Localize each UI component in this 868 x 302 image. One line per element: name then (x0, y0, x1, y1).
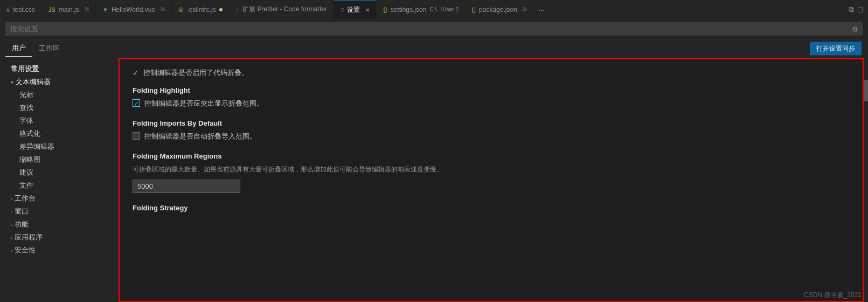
eslint-icon: ◎ (178, 6, 184, 13)
folding-strategy-group: Folding Strategy (133, 204, 850, 212)
sidebar: 常用设置 ▾ 文本编辑器 光标 查找 字体 格式化 差异编辑器 缩略图 建议 文… (0, 58, 119, 302)
json-icon: {} (383, 6, 387, 13)
arrow-right-icon: › (11, 222, 12, 228)
window-controls: ⧉ ◻ (844, 5, 868, 14)
folding-imports-checkbox[interactable] (133, 132, 140, 140)
more-tabs-button[interactable]: ··· (534, 5, 549, 14)
sidebar-item-features[interactable]: › 功能 (0, 218, 119, 231)
sidebar-item-window[interactable]: › 窗口 (0, 205, 119, 218)
sidebar-item-minimap[interactable]: 缩略图 (0, 153, 119, 166)
folding-imports-title: Folding Imports By Default (133, 119, 850, 127)
search-wrap: ⚙ (5, 22, 863, 36)
tab-main-js[interactable]: JS main.js M (42, 0, 96, 19)
tab-label: 设置 (347, 5, 360, 15)
tab-label: package.json (479, 6, 517, 13)
tab-path: C:\...\User 2 (429, 6, 458, 12)
tab-label: main.js (59, 6, 79, 13)
scope-tab-user[interactable]: 用户 (5, 40, 32, 57)
restore-icon[interactable]: ⧉ (849, 5, 854, 14)
arrow-right-icon: › (11, 196, 12, 202)
scope-tabs: 用户 工作区 打开设置同步 (0, 39, 868, 58)
sidebar-item-text-editor[interactable]: ▾ 文本编辑器 (0, 76, 119, 88)
tab-label: test.css (13, 6, 35, 13)
sidebar-item-files[interactable]: 文件 (0, 179, 119, 192)
sidebar-item-diff-editor[interactable]: 差异编辑器 (0, 140, 119, 153)
folding-max-regions-input-wrap (133, 180, 850, 193)
folding-imports-group: Folding Imports By Default 控制编辑器是否自动折叠导入… (133, 119, 850, 141)
tab-test-css[interactable]: # test.css (0, 0, 42, 19)
folding-highlight-check-row: ✓ 控制编辑器是否应突出显示折叠范围。 (133, 99, 850, 108)
tab-prettier-ext[interactable]: ≡ 扩展 Prettier - Code formatter (230, 0, 334, 19)
content-area: ✓ 控制编辑器是否启用了代码折叠。 Folding Highlight ✓ 控制… (119, 58, 864, 302)
sidebar-item-security[interactable]: › 安全性 (0, 244, 119, 257)
folding-highlight-group: Folding Highlight ✓ 控制编辑器是否应突出显示折叠范围。 (133, 86, 850, 108)
tab-helloworld-vue[interactable]: ▼ HelloWorld.vue M (96, 0, 172, 19)
tab-label: settings.json (391, 6, 427, 13)
tab-label: 扩展 Prettier - Code formatter (242, 5, 327, 14)
folding-strategy-title: Folding Strategy (133, 204, 850, 212)
tab-modified-badge: M (161, 6, 165, 12)
vue-icon: ▼ (102, 6, 108, 13)
gear-icon[interactable]: ⚙ (852, 25, 858, 33)
sidebar-item-suggest[interactable]: 建议 (0, 166, 119, 179)
ext-icon: ≡ (236, 6, 239, 13)
scrollbar-thumb (864, 80, 868, 101)
settings-panel: ✓ 控制编辑器是否启用了代码折叠。 Folding Highlight ✓ 控制… (119, 58, 864, 302)
arrow-down-icon: ▾ (11, 79, 13, 85)
watermark: CSDN @半夏_2021 (804, 291, 862, 300)
json-icon: {} (472, 6, 476, 13)
tab-eslintrc-js[interactable]: ◎ .eslintrc.js (172, 0, 229, 19)
open-settings-sync-button[interactable]: 打开设置同步 (810, 42, 862, 55)
checkmark-icon: ✓ (133, 68, 139, 77)
tab-settings-json[interactable]: {} settings.json C:\...\User 2 (377, 0, 465, 19)
settings-icon: ≡ (341, 6, 344, 13)
js-icon: JS (48, 6, 55, 13)
search-input[interactable] (5, 22, 863, 36)
arrow-right-icon: › (11, 235, 12, 241)
sidebar-item-format[interactable]: 格式化 (0, 127, 119, 140)
sidebar-item-find[interactable]: 查找 (0, 101, 119, 114)
tab-modified-badge: M (85, 6, 89, 12)
tab-dot (219, 8, 223, 11)
arrow-right-icon: › (11, 248, 12, 253)
folding-max-regions-title: Folding Maximum Regions (133, 152, 850, 160)
tab-label: HelloWorld.vue (112, 6, 155, 13)
folding-imports-desc: 控制编辑器是否自动折叠导入范围。 (144, 132, 256, 141)
check-icon: ✓ (134, 100, 138, 106)
tab-package-json[interactable]: {} package.json M (466, 0, 534, 19)
sidebar-item-cursor[interactable]: 光标 (0, 88, 119, 101)
sidebar-item-workbench[interactable]: › 工作台 (0, 192, 119, 205)
folding-highlight-checkbox[interactable]: ✓ (133, 99, 140, 107)
folding-code-row: ✓ 控制编辑器是否启用了代码折叠。 (133, 68, 850, 78)
maximize-icon[interactable]: ◻ (857, 5, 864, 14)
tab-settings[interactable]: ≡ 设置 ✕ (334, 0, 377, 19)
folding-highlight-desc: 控制编辑器是否应突出显示折叠范围。 (144, 99, 263, 108)
folding-max-regions-input[interactable] (133, 180, 240, 193)
css-icon: # (6, 6, 10, 13)
arrow-right-icon: › (11, 209, 12, 215)
scrollbar[interactable] (864, 58, 868, 302)
folding-imports-check-row: 控制编辑器是否自动折叠导入范围。 (133, 132, 850, 141)
folding-highlight-title: Folding Highlight (133, 86, 850, 94)
sidebar-item-common[interactable]: 常用设置 (0, 63, 119, 76)
folding-max-regions-group: Folding Maximum Regions 可折叠区域的最大数量。如果当前源… (133, 152, 850, 193)
sidebar-item-font[interactable]: 字体 (0, 114, 119, 127)
main-layout: 常用设置 ▾ 文本编辑器 光标 查找 字体 格式化 差异编辑器 缩略图 建议 文… (0, 58, 868, 302)
tab-label: .eslintrc.js (187, 6, 216, 13)
folding-max-regions-desc: 可折叠区域的最大数量。如果当前源具有大量可折叠区域，那么增加此值可能会导致编辑器… (133, 164, 850, 174)
tab-modified-badge: M (523, 6, 527, 12)
search-bar: ⚙ (0, 19, 868, 39)
folding-code-desc: 控制编辑器是否启用了代码折叠。 (143, 68, 248, 78)
scope-tab-workspace[interactable]: 工作区 (32, 40, 66, 57)
tab-bar: # test.css JS main.js M ▼ HelloWorld.vue… (0, 0, 868, 19)
close-icon[interactable]: ✕ (365, 7, 370, 13)
sidebar-item-application[interactable]: › 应用程序 (0, 231, 119, 244)
